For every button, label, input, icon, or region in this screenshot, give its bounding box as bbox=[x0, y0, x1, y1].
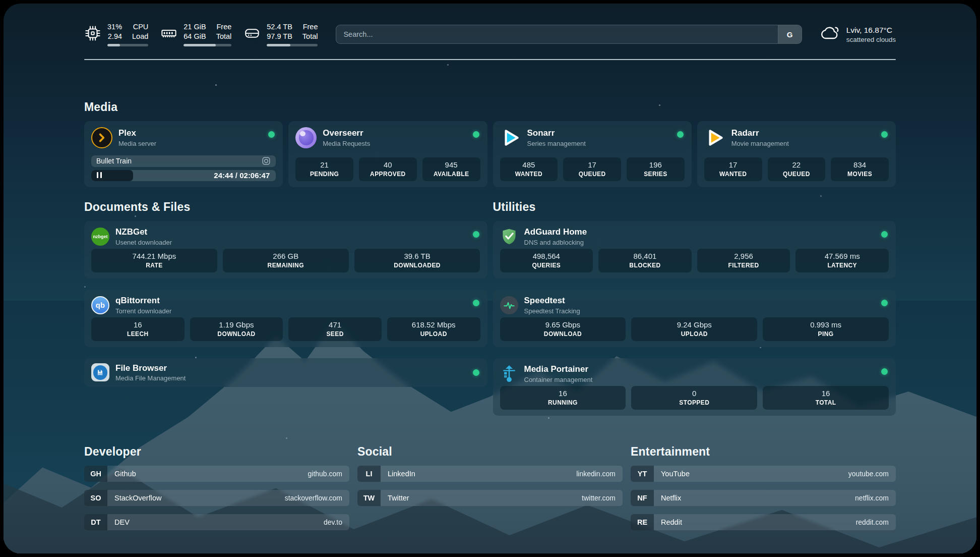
stat-tile-latency: 47.569 msLATENCY bbox=[795, 249, 889, 272]
adguard-icon bbox=[500, 228, 518, 246]
app-titles: Media PortainerContainer management bbox=[524, 364, 593, 383]
section-title-media: Media bbox=[84, 100, 896, 114]
playback-progress-bar: 24:44 / 02:06:47 bbox=[91, 170, 276, 182]
app-name: File Browser bbox=[115, 363, 186, 373]
app-card-header: SonarrSeries management bbox=[500, 127, 685, 148]
plex-card[interactable]: PlexMedia serverBullet Train24:44 / 02:0… bbox=[84, 121, 283, 187]
bookmark-abbr: RE bbox=[631, 514, 654, 530]
playback-progress-fill bbox=[91, 170, 133, 182]
sonarr-card[interactable]: SonarrSeries management485WANTED17QUEUED… bbox=[493, 121, 692, 187]
stat-tile-upload: 618.52 MbpsUPLOAD bbox=[387, 317, 480, 341]
app-description: Media server bbox=[118, 140, 156, 147]
stat-tiles: 9.65 GbpsDOWNLOAD9.24 GbpsUPLOAD0.993 ms… bbox=[500, 317, 889, 341]
stat-label: Free bbox=[303, 22, 318, 32]
bookmark-link-reddit[interactable]: RERedditreddit.com bbox=[631, 514, 896, 530]
bookmark-abbr: TW bbox=[357, 490, 381, 506]
app-card-header: Media PortainerContainer management bbox=[500, 364, 889, 383]
bookmark-link-dev[interactable]: DTDEVdev.to bbox=[84, 514, 349, 530]
now-playing-title: Bullet Train bbox=[96, 157, 262, 165]
radarr-icon bbox=[704, 127, 725, 148]
stat-tile-value: 0 bbox=[633, 389, 755, 398]
bookmark-link-github[interactable]: GHGithubgithub.com bbox=[84, 466, 349, 482]
stat-tile-value: 40 bbox=[361, 160, 415, 169]
bookmark-link-youtube[interactable]: YTYouTubeyoutube.com bbox=[631, 466, 896, 482]
app-titles: SonarrSeries management bbox=[527, 128, 586, 147]
bookmark-link-linkedin[interactable]: LILinkedInlinkedin.com bbox=[357, 466, 623, 482]
status-indicator bbox=[881, 368, 888, 375]
weather-condition: scattered clouds bbox=[846, 36, 896, 43]
stat-tile-label: UPLOAD bbox=[633, 330, 755, 338]
bookmark-link-twitter[interactable]: TWTwittertwitter.com bbox=[357, 490, 623, 506]
adguard-card[interactable]: AdGuard HomeDNS and adblocking498,564QUE… bbox=[493, 221, 896, 278]
nzbget-card[interactable]: nzbgetNZBGetUsenet downloader744.21 Mbps… bbox=[84, 221, 487, 278]
search-bar[interactable]: G bbox=[336, 25, 802, 44]
stat-tile-wanted: 17WANTED bbox=[704, 157, 762, 181]
overseerr-card[interactable]: OverseerrMedia Requests21PENDING40APPROV… bbox=[288, 121, 487, 187]
stat-label-column: CPULoad bbox=[132, 22, 148, 41]
bookmark-link-stackoverflow[interactable]: SOStackOverflowstackoverflow.com bbox=[84, 490, 349, 506]
stat-tile-leech: 16LEECH bbox=[91, 317, 185, 341]
stat-tile-pending: 21PENDING bbox=[295, 157, 353, 181]
status-indicator bbox=[473, 369, 479, 376]
stat-tile-label: QUEUED bbox=[565, 171, 619, 178]
bookmark-domain: twitter.com bbox=[582, 494, 623, 502]
stat-progress-bar bbox=[183, 44, 231, 46]
section-title-developer: Developer bbox=[84, 445, 349, 459]
status-indicator bbox=[473, 231, 479, 238]
overseerr-icon bbox=[295, 127, 317, 148]
stat-tile-label: STOPPED bbox=[633, 399, 755, 406]
stat-tiles: 16LEECH1.19 GbpsDOWNLOAD471SEED618.52 Mb… bbox=[91, 317, 480, 341]
section-title-utilities: Utilities bbox=[493, 200, 896, 214]
stat-body: 52.4 TB97.9 TBFreeTotal bbox=[267, 22, 318, 46]
bookmark-group-developer: DeveloperGHGithubgithub.comSOStackOverfl… bbox=[84, 445, 349, 538]
cpu-icon bbox=[84, 25, 101, 44]
bookmark-abbr: NF bbox=[631, 490, 654, 506]
status-indicator bbox=[473, 131, 479, 138]
bookmark-group-entertainment: EntertainmentYTYouTubeyoutube.comNFNetfl… bbox=[631, 445, 896, 538]
stat-tile-label: DOWNLOADED bbox=[356, 262, 478, 269]
search-engine-button[interactable]: G bbox=[778, 25, 802, 43]
weather-location-temp: Lviv, 16.87°C bbox=[846, 26, 896, 35]
app-name: Radarr bbox=[731, 128, 789, 138]
stat-tile-label: QUEUED bbox=[770, 171, 824, 178]
portainer-icon bbox=[500, 365, 518, 383]
search-input[interactable] bbox=[336, 25, 777, 43]
app-titles: PlexMedia server bbox=[118, 128, 156, 147]
stat-tile-series: 196SERIES bbox=[627, 157, 685, 181]
stat-tile-filtered: 2,956FILTERED bbox=[697, 249, 790, 272]
status-indicator bbox=[677, 131, 684, 138]
app-titles: NZBGetUsenet downloader bbox=[115, 227, 172, 246]
app-titles: AdGuard HomeDNS and adblocking bbox=[524, 227, 587, 246]
stat-value: 97.9 TB bbox=[267, 32, 292, 41]
filebrowser-card[interactable]: File BrowserMedia File Management bbox=[84, 358, 487, 387]
app-description: Movie management bbox=[731, 140, 789, 147]
portainer-card[interactable]: Media PortainerContainer management16RUN… bbox=[493, 358, 896, 416]
app-card-header: qbqBittorrentTorrent downloader bbox=[91, 296, 480, 315]
dashboard-screen: 31%2.94CPULoad21 GiB64 GiBFreeTotal52.4 … bbox=[4, 4, 976, 553]
stat-value: 64 GiB bbox=[183, 32, 206, 41]
stat-value: 2.94 bbox=[108, 32, 122, 41]
stat-progress-bar bbox=[267, 44, 318, 46]
disk-icon bbox=[243, 25, 261, 44]
stat-tile-label: FILTERED bbox=[699, 262, 788, 269]
app-name: AdGuard Home bbox=[524, 227, 587, 237]
stat-label: Free bbox=[216, 22, 231, 32]
filebrowser-icon bbox=[91, 363, 109, 381]
qbittorrent-card[interactable]: qbqBittorrentTorrent downloader16LEECH1.… bbox=[84, 290, 487, 347]
app-card-header: nzbgetNZBGetUsenet downloader bbox=[91, 227, 480, 246]
stat-value: 52.4 TB bbox=[267, 22, 292, 32]
stat-label: Total bbox=[302, 32, 318, 41]
video-icon[interactable] bbox=[262, 156, 271, 165]
speedtest-card[interactable]: SpeedtestSpeedtest Tracking9.65 GbpsDOWN… bbox=[493, 290, 896, 347]
stat-tile-value: 9.65 Gbps bbox=[502, 320, 624, 329]
radarr-card[interactable]: RadarrMovie management17WANTED22QUEUED83… bbox=[697, 121, 896, 187]
stat-tile-blocked: 86,401BLOCKED bbox=[598, 249, 692, 272]
bookmark-link-netflix[interactable]: NFNetflixnetflix.com bbox=[631, 490, 896, 506]
bookmark-abbr: DT bbox=[84, 514, 107, 530]
weather-widget: Lviv, 16.87°C scattered clouds bbox=[820, 25, 896, 44]
speedtest-icon bbox=[500, 296, 518, 314]
stat-value-column: 21 GiB64 GiB bbox=[183, 22, 206, 41]
app-card-header: RadarrMovie management bbox=[704, 127, 889, 148]
nzbget-icon: nzbget bbox=[91, 228, 109, 246]
app-titles: File BrowserMedia File Management bbox=[115, 363, 186, 382]
